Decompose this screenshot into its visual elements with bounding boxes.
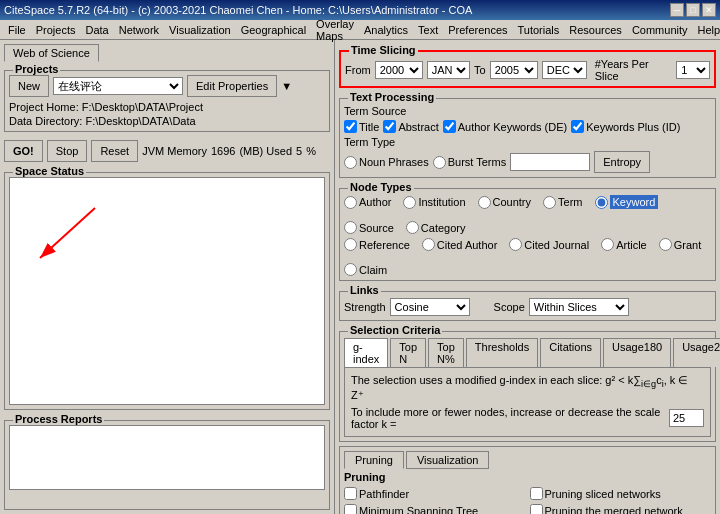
node-reference[interactable]: Reference	[344, 238, 410, 251]
node-article[interactable]: Article	[601, 238, 647, 251]
menu-analytics[interactable]: Analytics	[360, 23, 412, 37]
pruning-merged-network-check[interactable]: Pruning the merged network	[530, 504, 712, 514]
menu-file[interactable]: File	[4, 23, 30, 37]
jvm-memory-pct: 5	[296, 145, 302, 157]
from-month-select[interactable]: JAN	[427, 61, 470, 79]
process-reports-area	[9, 425, 325, 490]
selection-criteria-group: Selection Criteria g-index Top N Top N% …	[339, 331, 716, 442]
node-grant[interactable]: Grant	[659, 238, 702, 251]
pruning-sliced-networks-check[interactable]: Pruning sliced networks	[530, 487, 712, 500]
menu-overlay-maps[interactable]: Overlay Maps	[312, 17, 358, 43]
dropdown-arrow-icon[interactable]: ▼	[281, 80, 292, 92]
burst-terms-radio[interactable]: Burst Terms	[433, 156, 506, 169]
tab-strip: Web of Science	[4, 44, 330, 61]
to-year-select[interactable]: 2005	[490, 61, 538, 79]
node-claim[interactable]: Claim	[344, 263, 387, 276]
selection-criteria-label: Selection Criteria	[348, 324, 442, 336]
menu-data[interactable]: Data	[81, 23, 112, 37]
node-source[interactable]: Source	[344, 221, 394, 234]
node-author[interactable]: Author	[344, 196, 391, 209]
node-category[interactable]: Category	[406, 221, 466, 234]
menu-network[interactable]: Network	[115, 23, 163, 37]
to-month-select[interactable]: DEC	[542, 61, 587, 79]
abstract-check[interactable]: Abstract	[383, 120, 438, 133]
project-dropdown[interactable]: 在线评论	[53, 77, 183, 95]
criteria-tab-citations[interactable]: Citations	[540, 338, 601, 367]
strength-label: Strength	[344, 301, 386, 313]
node-cited-journal[interactable]: Cited Journal	[509, 238, 589, 251]
criteria-tab-topn[interactable]: Top N	[390, 338, 426, 367]
criteria-tab-topnpct[interactable]: Top N%	[428, 338, 464, 367]
pruning-tab[interactable]: Pruning	[344, 451, 404, 469]
node-keyword[interactable]: Keyword	[595, 195, 659, 209]
node-institution[interactable]: Institution	[403, 196, 465, 209]
tab-web-of-science[interactable]: Web of Science	[4, 44, 99, 62]
node-types-row2: Reference Cited Author Cited Journal Art…	[344, 238, 711, 276]
criteria-tab-gindex[interactable]: g-index	[344, 338, 388, 367]
years-per-slice-select[interactable]: 1	[676, 61, 710, 79]
node-cited-author[interactable]: Cited Author	[422, 238, 498, 251]
links-group: Links Strength Cosine Scope Within Slice…	[339, 291, 716, 321]
jvm-memory-value: 1696	[211, 145, 235, 157]
links-row: Strength Cosine Scope Within Slices	[344, 298, 711, 316]
menu-text[interactable]: Text	[414, 23, 442, 37]
node-country[interactable]: Country	[478, 196, 532, 209]
toolbar-row: GO! Stop Reset JVM Memory 1696 (MB) Used…	[4, 140, 330, 162]
from-year-select[interactable]: 2000	[375, 61, 423, 79]
title-bar: CiteSpace 5.7.R2 (64-bit) - (c) 2003-202…	[0, 0, 720, 20]
projects-label: Projects	[13, 63, 60, 75]
criteria-tab-usage180[interactable]: Usage180	[603, 338, 671, 367]
node-types-group: Node Types Author Institution Country Te…	[339, 188, 716, 281]
criteria-desc1: The selection uses a modified g-index in…	[351, 374, 704, 402]
time-slicing-label: Time Slicing	[349, 44, 418, 56]
menu-visualization[interactable]: Visualization	[165, 23, 235, 37]
jvm-memory-unit: (MB) Used	[239, 145, 292, 157]
scale-factor-input[interactable]	[669, 409, 704, 427]
menu-help[interactable]: Help	[694, 23, 721, 37]
app-title: CiteSpace 5.7.R2 (64-bit) - (c) 2003-202…	[4, 4, 472, 16]
entropy-button[interactable]: Entropy	[594, 151, 650, 173]
space-status-group: Space Status	[4, 172, 330, 410]
minimum-spanning-tree-check[interactable]: Minimum Spanning Tree	[344, 504, 526, 514]
minimize-button[interactable]: ─	[670, 3, 684, 17]
criteria-content: The selection uses a modified g-index in…	[344, 368, 711, 437]
pathfinder-check[interactable]: Pathfinder	[344, 487, 526, 500]
noun-phrases-radio[interactable]: Noun Phrases	[344, 156, 429, 169]
stop-button[interactable]: Stop	[47, 140, 88, 162]
space-status-area	[9, 177, 325, 405]
maximize-button[interactable]: □	[686, 3, 700, 17]
menu-preferences[interactable]: Preferences	[444, 23, 511, 37]
strength-select[interactable]: Cosine	[390, 298, 470, 316]
term-source-label: Term Source	[344, 105, 711, 117]
menu-tutorials[interactable]: Tutorials	[514, 23, 564, 37]
criteria-tab-thresholds[interactable]: Thresholds	[466, 338, 538, 367]
node-types-label: Node Types	[348, 181, 414, 193]
process-reports-label: Process Reports	[13, 413, 104, 425]
node-term[interactable]: Term	[543, 196, 582, 209]
term-type-row: Noun Phrases Burst Terms Entropy	[344, 151, 711, 173]
menu-community[interactable]: Community	[628, 23, 692, 37]
pruning-panel: Pruning Visualization Pruning Pathfinder…	[339, 446, 716, 514]
menu-bar: File Projects Data Network Visualization…	[0, 20, 720, 40]
close-button[interactable]: ✕	[702, 3, 716, 17]
go-button[interactable]: GO!	[4, 140, 43, 162]
pruning-tab-row: Pruning Visualization	[344, 451, 711, 469]
criteria-desc2-row: To include more or fewer nodes, increase…	[351, 406, 704, 430]
term-type-input[interactable]	[510, 153, 590, 171]
main-container: Web of Science Projects New 在线评论 Edit Pr…	[0, 40, 720, 514]
menu-geographical[interactable]: Geographical	[237, 23, 310, 37]
keywords-plus-check[interactable]: Keywords Plus (ID)	[571, 120, 680, 133]
space-status-label: Space Status	[13, 165, 86, 177]
new-button[interactable]: New	[9, 75, 49, 97]
criteria-tab-usage2013[interactable]: Usage2013	[673, 338, 720, 367]
left-panel: Web of Science Projects New 在线评论 Edit Pr…	[0, 40, 335, 514]
menu-projects[interactable]: Projects	[32, 23, 80, 37]
reset-button[interactable]: Reset	[91, 140, 138, 162]
visualization-tab[interactable]: Visualization	[406, 451, 490, 469]
author-keywords-check[interactable]: Author Keywords (DE)	[443, 120, 567, 133]
scope-label: Scope	[494, 301, 525, 313]
scope-select[interactable]: Within Slices	[529, 298, 629, 316]
title-check[interactable]: Title	[344, 120, 379, 133]
menu-resources[interactable]: Resources	[565, 23, 626, 37]
edit-properties-button[interactable]: Edit Properties	[187, 75, 277, 97]
